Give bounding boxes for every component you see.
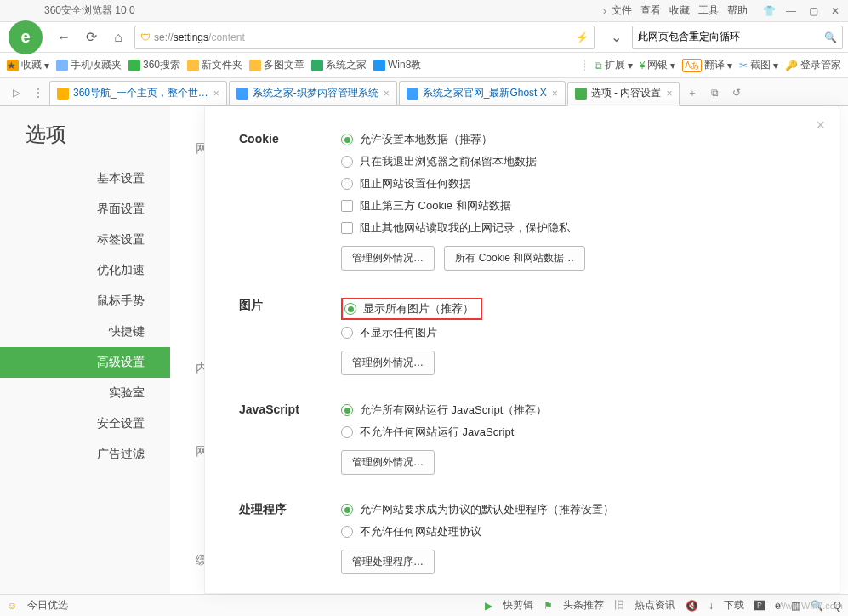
- bookmark-mobile[interactable]: 手机收藏夹: [56, 58, 122, 72]
- screenshot-button[interactable]: ✂截图 ▾: [739, 58, 778, 72]
- menu-favorites[interactable]: 收藏: [669, 3, 690, 18]
- cookie-exceptions-button[interactable]: 管理例外情况…: [341, 246, 435, 271]
- sb-headlines[interactable]: 头条推荐: [563, 598, 604, 613]
- group-handler: 处理程序 允许网站要求成为协议的默认处理程序（推荐设置） 不允许任何网站处理协议…: [239, 502, 805, 574]
- sb-today[interactable]: 今日优选: [27, 598, 68, 613]
- cookie-check-privacy[interactable]: 阻止其他网站读取我的上网记录，保护隐私: [341, 220, 805, 236]
- menu-file[interactable]: 文件: [612, 3, 632, 18]
- handler-radio-block[interactable]: 不允许任何网站处理协议: [341, 524, 805, 539]
- maximize-icon[interactable]: ▢: [804, 3, 822, 20]
- sidebar-tab[interactable]: 标签设置: [0, 225, 170, 255]
- cookie-alldata-button[interactable]: 所有 Cookie 和网站数据…: [444, 246, 585, 271]
- omni-search[interactable]: 🔍: [632, 26, 843, 49]
- sidebar-lab[interactable]: 实验室: [0, 378, 170, 408]
- translate-button[interactable]: Aあ翻译 ▾: [682, 58, 732, 72]
- cookie-radio-session[interactable]: 只在我退出浏览器之前保留本地数据: [341, 154, 805, 169]
- sb-play-icon[interactable]: ▶: [485, 600, 492, 612]
- multi-window-icon[interactable]: ⧉: [703, 81, 726, 105]
- sidebar-adblock[interactable]: 广告过滤: [0, 439, 170, 470]
- tab-0[interactable]: 360导航_一个主页，整个世…×: [49, 81, 227, 105]
- handler-manage-button[interactable]: 管理处理程序…: [341, 550, 435, 574]
- sb-download-icon[interactable]: ↓: [709, 600, 714, 612]
- bank-button[interactable]: ¥网银 ▾: [640, 58, 676, 72]
- tab-2[interactable]: 系统之家官网_最新Ghost X×: [399, 81, 566, 105]
- sb-hotnews[interactable]: 热点资讯: [635, 598, 675, 613]
- sidebar-gesture[interactable]: 鼠标手势: [0, 286, 170, 317]
- sidebar-ui[interactable]: 界面设置: [0, 194, 170, 225]
- tab-menu-icon[interactable]: ⋮: [27, 81, 49, 105]
- cookie-radio-block[interactable]: 阻止网站设置任何数据: [341, 176, 805, 191]
- sb-quickcut[interactable]: 快剪辑: [503, 598, 533, 613]
- sidebar-optimize[interactable]: 优化加速: [0, 255, 170, 286]
- search-icon[interactable]: 🔍: [824, 31, 837, 43]
- tab-overflow-icon[interactable]: ▷: [5, 81, 27, 105]
- sidebar-advanced[interactable]: 高级设置: [0, 347, 170, 378]
- new-tab-button[interactable]: ＋: [681, 81, 703, 105]
- minimize-icon[interactable]: —: [782, 3, 800, 20]
- url-path-rest: /content: [208, 31, 245, 43]
- handler-radio-allow[interactable]: 允许网站要求成为协议的默认处理程序（推荐设置）: [341, 502, 805, 517]
- tab-close-icon[interactable]: ×: [552, 88, 558, 100]
- sb-smiley-icon[interactable]: ☺: [7, 600, 17, 612]
- cookie-label: Cookie: [239, 132, 341, 271]
- image-radio-show-hlbox: 显示所有图片（推荐）: [341, 298, 482, 320]
- flash-icon[interactable]: ⚡: [576, 31, 589, 43]
- sb-rss-icon[interactable]: 旧: [614, 598, 624, 613]
- tab-1[interactable]: 系统之家-织梦内容管理系统×: [229, 81, 397, 105]
- js-exceptions-button[interactable]: 管理例外情况…: [341, 450, 435, 475]
- reload-button[interactable]: ⟳: [80, 26, 102, 48]
- sidebar-security[interactable]: 安全设置: [0, 408, 170, 439]
- back-button[interactable]: ←: [53, 26, 75, 48]
- omni-search-input[interactable]: [638, 31, 824, 43]
- image-radio-hide[interactable]: 不显示任何图片: [341, 325, 805, 340]
- titlebar: 360安全浏览器 10.0 › 文件 查看 收藏 工具 帮助 👕 — ▢ ✕: [0, 0, 848, 22]
- sb-download-label[interactable]: 下载: [724, 598, 744, 613]
- sidebar-shortcut[interactable]: 快捷键: [0, 317, 170, 347]
- image-radio-show[interactable]: 显示所有图片（推荐）: [344, 301, 474, 317]
- shield-icon: 🛡: [140, 31, 151, 43]
- dropdown-icon[interactable]: ⌄: [605, 26, 627, 48]
- menu-help[interactable]: 帮助: [727, 3, 748, 18]
- ext-button[interactable]: ⧉扩展 ▾: [595, 58, 633, 72]
- group-js: JavaScript 允许所有网站运行 JavaScript（推荐） 不允许任何…: [239, 402, 805, 475]
- bookmark-fav[interactable]: ★收藏 ▾: [7, 58, 49, 72]
- cookie-check-thirdparty[interactable]: 阻止第三方 Cookie 和网站数据: [341, 198, 805, 214]
- sb-flag-icon[interactable]: ⚑: [544, 600, 553, 612]
- bookmark-newfolder[interactable]: 新文件夹: [187, 58, 242, 72]
- handler-label: 处理程序: [239, 502, 341, 574]
- options-sidebar: 选项 基本设置 界面设置 标签设置 优化加速 鼠标手势 快捷键 高级设置 实验室…: [0, 106, 170, 594]
- content-settings-overlay: × Cookie 允许设置本地数据（推荐） 只在我退出浏览器之前保留本地数据 阻…: [204, 106, 839, 594]
- tab-close-icon[interactable]: ×: [666, 88, 672, 100]
- image-label: 图片: [239, 298, 341, 375]
- bookmark-win8[interactable]: Win8教: [373, 58, 421, 72]
- menu-prev-arrow[interactable]: ›: [603, 5, 606, 17]
- js-radio-allow[interactable]: 允许所有网站运行 JavaScript（推荐）: [341, 402, 805, 418]
- menu-view[interactable]: 查看: [640, 3, 661, 18]
- status-bar: ☺ 今日优选 ▶ 快剪辑 ⚑ 头条推荐 旧 热点资讯 🔇 ↓ 下载 🅿 e ▥ …: [0, 594, 848, 616]
- cookie-radio-allow[interactable]: 允许设置本地数据（推荐）: [341, 132, 805, 147]
- app-menu: 文件 查看 收藏 工具 帮助: [612, 3, 748, 18]
- overlay-close-icon[interactable]: ×: [816, 117, 825, 134]
- bookmark-360search[interactable]: 360搜索: [128, 58, 180, 72]
- address-bar[interactable]: 🛡 se:// settings /content ⚡: [134, 26, 595, 49]
- browser-logo[interactable]: e: [9, 20, 43, 54]
- sb-mail-icon[interactable]: 🅿: [754, 600, 765, 612]
- login-manager-button[interactable]: 🔑登录管家: [785, 58, 841, 72]
- skin-icon[interactable]: 👕: [760, 3, 778, 20]
- undo-close-icon[interactable]: ↺: [726, 81, 748, 105]
- image-exceptions-button[interactable]: 管理例外情况…: [341, 351, 435, 375]
- app-title: 360安全浏览器 10.0: [44, 3, 135, 18]
- home-button[interactable]: ⌂: [107, 26, 129, 48]
- close-icon[interactable]: ✕: [826, 3, 845, 20]
- url-path-hl: settings: [174, 31, 208, 43]
- js-radio-block[interactable]: 不允许任何网站运行 JavaScript: [341, 425, 805, 440]
- tab-bar: ▷ ⋮ 360导航_一个主页，整个世…× 系统之家-织梦内容管理系统× 系统之家…: [0, 78, 848, 106]
- tab-3[interactable]: 选项 - 内容设置×: [567, 82, 680, 106]
- tab-close-icon[interactable]: ×: [384, 88, 390, 100]
- sidebar-basic[interactable]: 基本设置: [0, 163, 170, 194]
- menu-tools[interactable]: 工具: [698, 3, 719, 18]
- tab-close-icon[interactable]: ×: [213, 88, 219, 100]
- bookmark-multiimg[interactable]: 多图文章: [249, 58, 304, 72]
- bookmark-xtzj[interactable]: 系统之家: [311, 58, 367, 72]
- sb-mute-icon[interactable]: 🔇: [686, 600, 698, 612]
